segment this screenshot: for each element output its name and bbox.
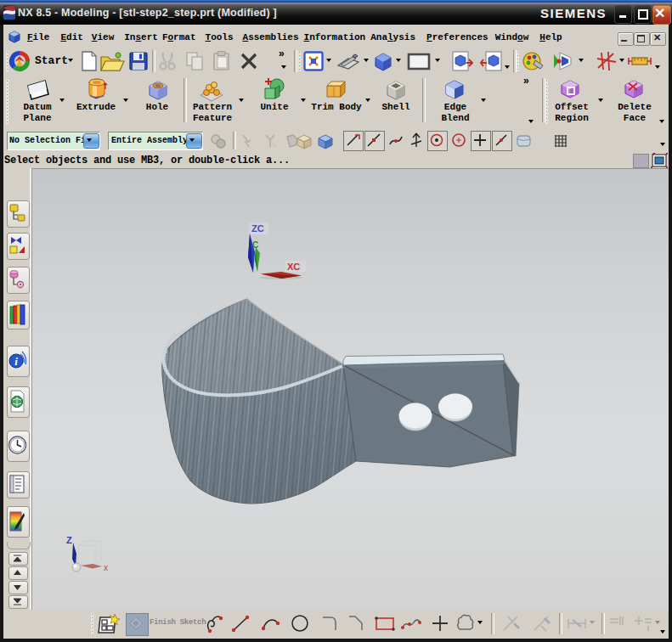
svg-text:C: C xyxy=(252,240,258,250)
svg-text:x: x xyxy=(104,563,108,572)
svg-text:ZC: ZC xyxy=(251,223,264,234)
svg-text:Z: Z xyxy=(66,535,72,545)
svg-text:XC: XC xyxy=(287,262,300,272)
svg-text:i: i xyxy=(14,355,18,368)
